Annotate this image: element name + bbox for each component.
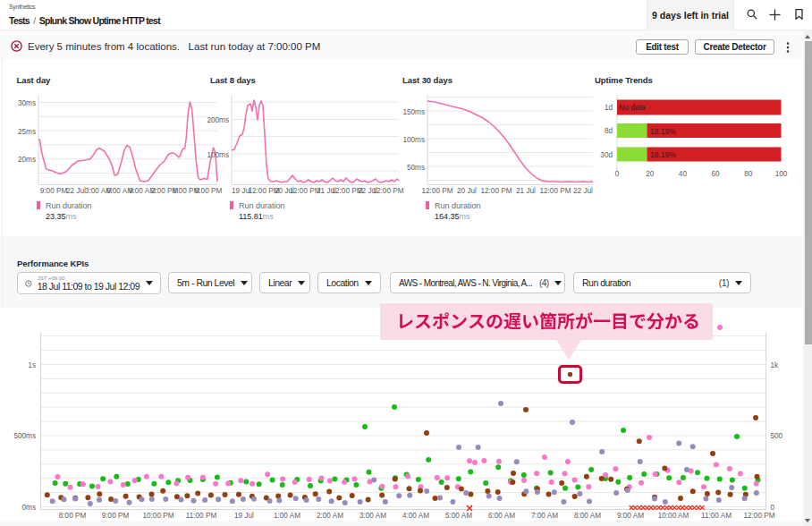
svg-text:12:00 PM: 12:00 PM bbox=[743, 512, 774, 520]
svg-text:11:00 PM: 11:00 PM bbox=[186, 512, 217, 520]
svg-text:5:00 AM: 5:00 AM bbox=[445, 512, 472, 520]
svg-text:11:00 AM: 11:00 AM bbox=[701, 512, 732, 520]
svg-text:4:00 AM: 4:00 AM bbox=[402, 512, 429, 520]
svg-text:1k: 1k bbox=[771, 361, 780, 369]
svg-text:500ms: 500ms bbox=[13, 432, 36, 440]
svg-text:9:00 PM: 9:00 PM bbox=[102, 512, 130, 520]
svg-text:8:00 PM: 8:00 PM bbox=[59, 512, 87, 520]
svg-text:0ms: 0ms bbox=[22, 504, 36, 512]
svg-text:1s: 1s bbox=[28, 361, 36, 369]
svg-text:10:00 AM: 10:00 AM bbox=[658, 512, 689, 520]
svg-text:2:00 AM: 2:00 AM bbox=[317, 512, 343, 520]
svg-text:19 Jul: 19 Jul bbox=[234, 512, 254, 520]
svg-text:10:00 PM: 10:00 PM bbox=[142, 512, 173, 520]
svg-text:9:00 AM: 9:00 AM bbox=[617, 512, 644, 520]
svg-text:7:00 AM: 7:00 AM bbox=[531, 512, 558, 520]
svg-text:0: 0 bbox=[771, 504, 775, 512]
svg-text:3:00 AM: 3:00 AM bbox=[359, 512, 386, 520]
svg-text:500: 500 bbox=[771, 432, 783, 440]
svg-text:1:00 AM: 1:00 AM bbox=[274, 512, 300, 520]
svg-text:6:00 AM: 6:00 AM bbox=[488, 512, 515, 520]
svg-text:8:00 AM: 8:00 AM bbox=[574, 512, 601, 520]
